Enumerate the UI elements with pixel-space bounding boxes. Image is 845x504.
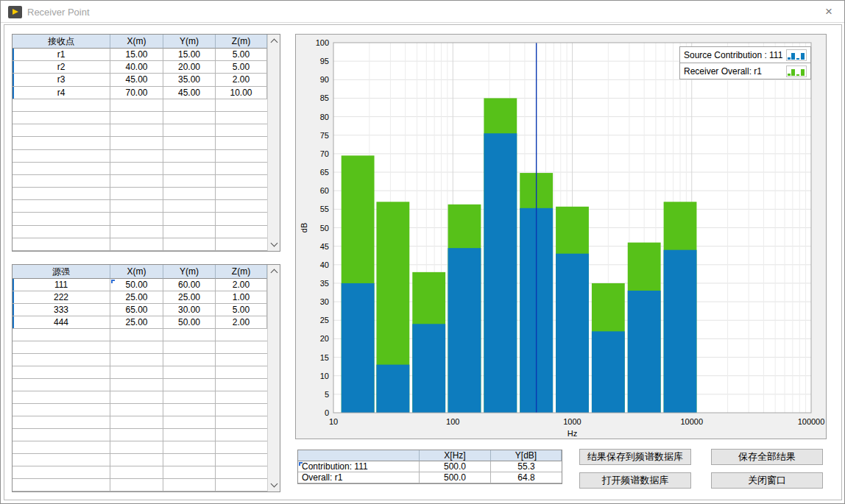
table-row[interactable] (13, 379, 267, 391)
table-cell[interactable] (163, 163, 216, 175)
table-cell[interactable] (163, 200, 216, 213)
table-cell[interactable]: Overall: r1 (298, 472, 420, 483)
table-row[interactable] (13, 329, 267, 341)
table-row[interactable] (13, 99, 267, 112)
table-cell[interactable] (163, 391, 216, 404)
table-cell[interactable]: 35.00 (163, 74, 216, 86)
table-cell[interactable] (163, 429, 216, 441)
scrollbar-down-button[interactable] (268, 238, 280, 251)
table-cell[interactable] (110, 200, 163, 213)
table-cell[interactable]: Contribution: 111 (298, 461, 420, 472)
table-cell[interactable] (163, 238, 216, 251)
table-cell[interactable] (216, 99, 267, 112)
table-cell[interactable] (110, 366, 163, 379)
table-cell[interactable] (110, 137, 163, 149)
scrollbar-up-button[interactable] (268, 35, 280, 47)
table-cell[interactable] (13, 454, 110, 466)
table-row[interactable] (13, 163, 267, 175)
table-cell[interactable] (163, 99, 216, 112)
table-cell[interactable]: r1 (13, 49, 110, 61)
contribution-bar[interactable] (484, 133, 517, 413)
table-row[interactable] (13, 137, 267, 149)
table-row[interactable] (13, 391, 267, 404)
table-scrollbar[interactable] (267, 265, 280, 491)
table-cell[interactable] (163, 137, 216, 149)
contribution-bar[interactable] (628, 291, 661, 413)
table-cell[interactable]: 45.00 (163, 87, 216, 99)
table-cell[interactable]: 15.00 (110, 49, 163, 61)
spectrum-chart[interactable]: 0510152025303540455055606570758085909510… (296, 35, 826, 439)
table-cell[interactable] (216, 416, 267, 429)
table-cell[interactable]: 20.00 (163, 61, 216, 74)
table-cell[interactable] (216, 466, 267, 479)
table-cell[interactable] (13, 354, 110, 366)
table-cell[interactable] (110, 341, 163, 354)
table-cell[interactable] (13, 479, 110, 491)
table-cell[interactable] (110, 124, 163, 137)
table-cell[interactable] (216, 341, 267, 354)
table-cell[interactable] (163, 404, 216, 416)
table-row[interactable] (13, 124, 267, 137)
table-cell[interactable] (110, 441, 163, 454)
open-spectrum-db-button[interactable]: 打开频谱数据库 (579, 472, 691, 489)
table-cell[interactable] (163, 150, 216, 163)
table-row[interactable]: r470.0045.0010.00 (13, 87, 267, 99)
table-cell[interactable] (163, 441, 216, 454)
table-cell[interactable] (13, 200, 110, 213)
table-row[interactable] (13, 454, 267, 466)
table-cell[interactable] (110, 391, 163, 404)
table-cell[interactable] (13, 238, 110, 251)
table-row[interactable]: 22225.0025.001.00 (13, 291, 267, 304)
table-row[interactable]: Overall: r1500.064.8 (298, 472, 562, 483)
table-row[interactable]: r115.0015.005.00 (13, 49, 267, 61)
table-cell[interactable] (163, 366, 216, 379)
table-cell[interactable] (163, 379, 216, 391)
table-cell[interactable] (110, 226, 163, 238)
table-cell[interactable]: 2.00 (216, 279, 267, 291)
table-cell[interactable]: 5.00 (216, 61, 267, 74)
table-cell[interactable]: 25.00 (110, 316, 163, 329)
table-cell[interactable] (163, 466, 216, 479)
table-cell[interactable] (216, 404, 267, 416)
contribution-bar[interactable] (412, 324, 445, 413)
scrollbar-down-button[interactable] (268, 479, 280, 491)
table-cell[interactable] (163, 175, 216, 188)
table-row[interactable] (13, 366, 267, 379)
save-all-results-button[interactable]: 保存全部结果 (711, 449, 823, 465)
table-cell[interactable] (163, 112, 216, 124)
receiver-table[interactable]: 接收点X(m)Y(m)Z(m)r115.0015.005.00r240.0020… (12, 34, 280, 252)
table-cell[interactable]: 50.00 (110, 279, 163, 291)
table-cell[interactable] (216, 238, 267, 251)
table-cell[interactable] (163, 454, 216, 466)
table-row[interactable]: r240.0020.005.00 (13, 61, 267, 74)
table-cell[interactable]: 2.00 (216, 74, 267, 86)
table-cell[interactable]: 111 (13, 279, 110, 291)
table-cell[interactable] (216, 226, 267, 238)
table-cell[interactable] (163, 226, 216, 238)
table-cell[interactable] (13, 112, 110, 124)
table-row[interactable] (13, 238, 267, 251)
table-cell[interactable]: 65.00 (110, 304, 163, 316)
table-cell[interactable]: 25.00 (110, 291, 163, 304)
table-cell[interactable] (13, 175, 110, 188)
table-row[interactable]: 11150.0060.002.00 (13, 279, 267, 291)
close-icon[interactable]: × (819, 4, 838, 20)
table-cell[interactable] (163, 341, 216, 354)
contribution-bar[interactable] (376, 365, 409, 413)
table-cell[interactable] (110, 329, 163, 341)
table-cell[interactable] (110, 213, 163, 225)
table-cell[interactable] (110, 175, 163, 188)
table-cell[interactable]: 45.00 (110, 74, 163, 86)
table-cell[interactable] (13, 391, 110, 404)
table-cell[interactable]: 500.0 (420, 472, 491, 483)
table-cell[interactable]: 5.00 (216, 49, 267, 61)
table-cell[interactable] (163, 188, 216, 200)
table-row[interactable] (13, 112, 267, 124)
table-cell[interactable]: 500.0 (420, 461, 491, 472)
table-cell[interactable] (13, 366, 110, 379)
table-cell[interactable] (216, 188, 267, 200)
table-row[interactable] (13, 341, 267, 354)
legend-item[interactable]: Receiver Overall: r1 (679, 63, 811, 79)
table-cell[interactable] (13, 163, 110, 175)
table-row[interactable] (13, 213, 267, 225)
